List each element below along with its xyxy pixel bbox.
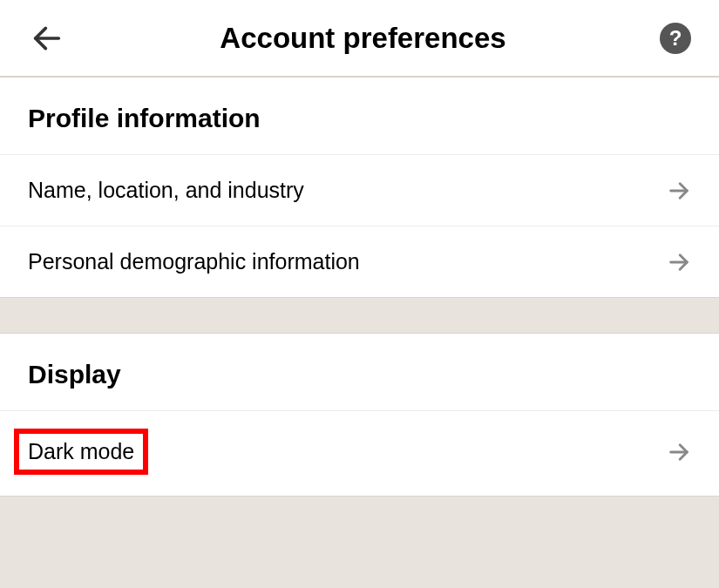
chevron-right-icon [667,179,691,203]
name-location-industry-row[interactable]: Name, location, and industry [0,154,719,226]
section-spacer [0,497,719,531]
display-section: Display Dark mode [0,333,719,497]
personal-demographic-label: Personal demographic information [28,249,360,274]
chevron-right-icon [667,440,691,464]
back-button[interactable] [28,19,66,57]
dark-mode-highlight: Dark mode [14,429,148,475]
page-title: Account preferences [220,22,505,55]
arrow-left-icon [30,21,64,56]
personal-demographic-row[interactable]: Personal demographic information [0,226,719,297]
help-button[interactable]: ? [660,23,691,54]
name-location-industry-label: Name, location, and industry [28,178,304,203]
chevron-right-icon [667,250,691,274]
question-icon: ? [669,26,682,51]
profile-information-heading: Profile information [0,78,719,154]
display-heading: Display [0,334,719,410]
header-bar: Account preferences ? [0,0,719,77]
section-spacer [0,298,719,333]
dark-mode-row[interactable]: Dark mode [0,410,719,496]
dark-mode-label: Dark mode [28,439,134,463]
profile-information-section: Profile information Name, location, and … [0,77,719,298]
